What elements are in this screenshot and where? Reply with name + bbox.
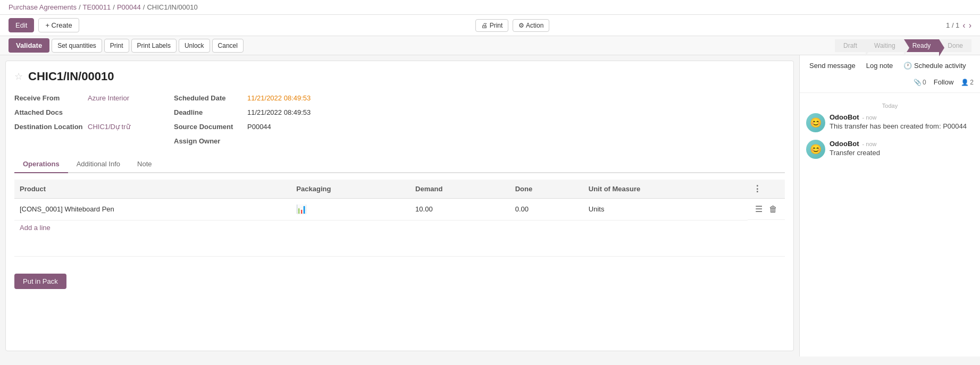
row-actions: ☰ 🗑 xyxy=(748,199,785,220)
col-demand: Demand xyxy=(410,180,510,199)
row-packaging: 📊 xyxy=(291,199,410,220)
message-time-1: - now xyxy=(862,114,877,121)
validate-button[interactable]: Validate xyxy=(9,38,49,53)
operations-table: Product Packaging Demand Done Unit of Me… xyxy=(14,180,785,220)
message-text-1: This transfer has been created from: P00… xyxy=(830,122,974,130)
print-labels-button[interactable]: Print Labels xyxy=(131,39,177,53)
avatar-odoobot-2: 😊 xyxy=(806,140,825,159)
pagination: 1 / 1 ‹ › xyxy=(946,21,971,30)
next-button[interactable]: › xyxy=(969,21,971,30)
scheduled-date-row: Scheduled Date 11/21/2022 08:49:53 xyxy=(174,94,312,102)
edit-button[interactable]: Edit xyxy=(9,18,34,32)
attachment-count: 📎 0 xyxy=(914,79,926,86)
message-body-2: OdooBot - now Transfer created xyxy=(830,140,974,159)
col-done: Done xyxy=(510,180,583,199)
assign-owner-row: Assign Owner xyxy=(174,137,312,145)
attached-docs-row: Attached Docs xyxy=(14,108,153,116)
main-layout: ☆ CHIC1/IN/00010 Receive From Azure Inte… xyxy=(0,55,980,356)
message-author-1: OdooBot xyxy=(830,113,859,121)
breadcrumb-current: CHIC1/IN/00010 xyxy=(147,3,197,11)
column-options-icon[interactable]: ⋮ xyxy=(753,184,761,193)
message-1: 😊 OdooBot - now This transfer has been c… xyxy=(806,113,974,132)
person-icon: 👤 xyxy=(961,79,969,86)
action-toolbar: Validate Set quantities Print Print Labe… xyxy=(0,36,980,55)
row-done: 0.00 xyxy=(510,199,583,220)
message-body-1: OdooBot - now This transfer has been cre… xyxy=(830,113,974,132)
col-packaging: Packaging xyxy=(291,180,410,199)
deadline-value: 11/21/2022 08:49:53 xyxy=(247,108,311,116)
chatter-messages: Today 😊 OdooBot - now This transfer has … xyxy=(800,93,980,356)
clock-icon: 🕐 xyxy=(903,62,912,70)
col-uom: Unit of Measure xyxy=(583,180,748,199)
row-product: [CONS_0001] Whiteboard Pen xyxy=(14,199,291,220)
deadline-label: Deadline xyxy=(174,108,243,116)
favorite-icon[interactable]: ☆ xyxy=(14,71,23,82)
scheduled-date-label: Scheduled Date xyxy=(174,94,243,102)
message-author-2: OdooBot xyxy=(830,140,859,148)
print-icon: 🖨 xyxy=(481,22,488,29)
receive-from-row: Receive From Azure Interior xyxy=(14,94,153,102)
message-text-2: Transfer created xyxy=(830,149,974,157)
status-ready: Ready xyxy=(904,39,940,52)
tab-note[interactable]: Note xyxy=(129,156,160,173)
cancel-button[interactable]: Cancel xyxy=(212,39,244,53)
attached-docs-label: Attached Docs xyxy=(14,108,83,116)
unlock-button[interactable]: Unlock xyxy=(179,39,210,53)
day-divider: Today xyxy=(806,103,974,109)
put-in-pack-button[interactable]: Put in Pack xyxy=(14,274,66,289)
print-action-button[interactable]: Print xyxy=(104,39,129,53)
form-title: CHIC1/IN/00010 xyxy=(28,70,114,83)
col-actions: ⋮ xyxy=(748,180,785,199)
breadcrumb-purchase-agreements[interactable]: Purchase Agreements xyxy=(9,3,77,11)
form-fields: Receive From Azure Interior Attached Doc… xyxy=(14,94,785,145)
add-line-button[interactable]: Add a line xyxy=(14,220,56,235)
form-col-left: Receive From Azure Interior Attached Doc… xyxy=(14,94,153,145)
breadcrumb-p00044[interactable]: P00044 xyxy=(117,3,141,11)
log-note-button[interactable]: Log note xyxy=(863,60,897,72)
breadcrumb: Purchase Agreements / TE00011 / P00044 /… xyxy=(0,0,980,15)
message-header-1: OdooBot - now xyxy=(830,113,974,121)
tab-additional-info[interactable]: Additional Info xyxy=(68,156,129,173)
chatter-meta: 📎 0 Follow 👤 2 xyxy=(914,76,974,88)
top-toolbar: Edit + Create 🖨 Print ⚙ Action 1 / 1 ‹ › xyxy=(0,15,980,36)
message-time-2: - now xyxy=(862,141,877,147)
breadcrumb-te00011[interactable]: TE00011 xyxy=(83,3,111,11)
scheduled-date-value: 11/21/2022 08:49:53 xyxy=(247,94,311,102)
prev-button[interactable]: ‹ xyxy=(962,21,965,30)
paperclip-icon: 📎 xyxy=(914,79,922,86)
set-quantities-button[interactable]: Set quantities xyxy=(52,39,102,53)
row-uom: Units xyxy=(583,199,748,220)
assign-owner-label: Assign Owner xyxy=(174,137,243,145)
form-title-row: ☆ CHIC1/IN/00010 xyxy=(14,70,785,83)
message-2: 😊 OdooBot - now Transfer created xyxy=(806,140,974,159)
status-bar: Draft Waiting Ready Done xyxy=(835,39,971,52)
chatter-panel: Send message Log note 🕐 Schedule activit… xyxy=(799,55,980,356)
forecast-icon[interactable]: 📊 xyxy=(296,205,307,214)
destination-location-value[interactable]: CHIC1/Dự trữ xyxy=(88,123,130,131)
follow-button[interactable]: Follow xyxy=(931,76,957,88)
delete-icon[interactable]: 🗑 xyxy=(767,203,780,215)
destination-location-row: Destination Location CHIC1/Dự trữ xyxy=(14,123,153,131)
form-col-right: Scheduled Date 11/21/2022 08:49:53 Deadl… xyxy=(174,94,312,145)
row-demand: 10.00 xyxy=(410,199,510,220)
source-document-value: P00044 xyxy=(247,123,271,131)
print-button[interactable]: 🖨 Print xyxy=(475,19,508,32)
receive-from-value[interactable]: Azure Interior xyxy=(88,94,129,102)
message-header-2: OdooBot - now xyxy=(830,140,974,148)
detail-icon[interactable]: ☰ xyxy=(753,203,765,215)
tab-operations[interactable]: Operations xyxy=(14,156,68,173)
status-draft: Draft xyxy=(835,39,866,52)
destination-location-label: Destination Location xyxy=(14,123,83,131)
send-message-button[interactable]: Send message xyxy=(806,60,859,72)
source-document-row: Source Document P00044 xyxy=(174,123,312,131)
create-button[interactable]: + Create xyxy=(38,18,79,32)
status-waiting: Waiting xyxy=(866,39,904,52)
schedule-activity-button[interactable]: 🕐 Schedule activity xyxy=(900,60,969,72)
col-product: Product xyxy=(14,180,291,199)
table-row: [CONS_0001] Whiteboard Pen 📊 10.00 0.00 … xyxy=(14,199,785,220)
avatar-odoobot-1: 😊 xyxy=(806,113,825,132)
action-button[interactable]: ⚙ Action xyxy=(513,19,549,32)
follower-count: 👤 2 xyxy=(961,79,974,86)
deadline-row: Deadline 11/21/2022 08:49:53 xyxy=(174,108,312,116)
chatter-toolbar: Send message Log note 🕐 Schedule activit… xyxy=(800,55,980,93)
